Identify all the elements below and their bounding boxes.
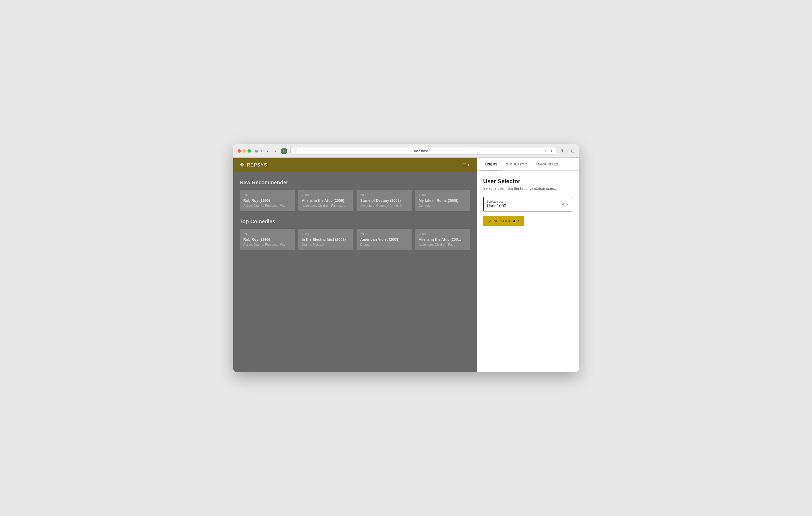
browser-window: ⊞ ▾ ‹ › G 🛡 localhost ↻ ⬆ ⏱ + ⊞ ❖ [233, 144, 579, 372]
browser-controls: ⊞ ▾ [254, 149, 262, 154]
panel-content: User Selector Select a user from the lis… [477, 171, 579, 372]
movie-year: 1995 [243, 193, 291, 197]
menu-icon[interactable]: ☰ [463, 163, 466, 167]
movie-year: 2008 [360, 193, 408, 197]
tab-favourites[interactable]: FAVOURITES [531, 158, 562, 171]
right-panel: USERS SIMULATOR FAVOURITES User Selector… [476, 158, 579, 372]
movie-grid-top-comedies: 1995 Rob Roy (1995) Action, Drama, Roman… [240, 229, 470, 250]
back-button[interactable]: ‹ [265, 148, 270, 154]
movie-genres: Comedy [419, 204, 467, 208]
movie-genres: Adventure, Comedy, Crime, Dr... [360, 204, 408, 208]
movie-content: New Recommender 1995 Rob Roy (1995) Acti… [233, 172, 476, 265]
list-item[interactable]: 2009 Aliens in the Attic (200... Adventu… [415, 229, 471, 250]
app-header: ❖ REPSYS ☰ P [233, 158, 476, 172]
shield-icon: 🛡 [294, 149, 297, 153]
new-tab-icon[interactable]: + [566, 149, 569, 153]
movie-year: 2009 [302, 232, 350, 236]
movie-genres: Drama [360, 243, 408, 246]
browser-chrome: ⊞ ▾ ‹ › G 🛡 localhost ↻ ⬆ ⏱ + ⊞ [233, 144, 579, 158]
movie-title: Stone of Destiny (2008) [360, 198, 408, 203]
movie-genres: Action, Drama, Romance, War [243, 204, 291, 208]
movie-genres: Adventure, Children, Fantasy, ... [302, 204, 350, 208]
panel-tabs: USERS SIMULATOR FAVOURITES [477, 158, 579, 171]
list-item[interactable]: 2009 In the Electric Mist (2009) Drama, … [298, 229, 354, 250]
movie-title: Rob Roy (1995) [243, 198, 291, 203]
section-top-comedies: Top Comedies 1995 Rob Roy (1995) Action,… [240, 218, 470, 250]
movie-title: Rob Roy (1995) [243, 237, 291, 242]
user-selector-field[interactable]: Selected user User 1000 ✕ ▼ [483, 197, 572, 211]
movie-year: 2009 [419, 193, 467, 197]
maximize-traffic-light[interactable] [248, 149, 251, 153]
list-item[interactable]: 1995 Rob Roy (1995) Action, Drama, Roman… [240, 190, 295, 211]
history-icon[interactable]: ⏱ [559, 149, 563, 153]
logo-icon: ❖ [240, 162, 244, 168]
header-right: ☰ P [463, 163, 470, 167]
traffic-lights [237, 149, 251, 153]
main-area: ❖ REPSYS ☰ P New Recommender 1995 Rob Ro [233, 158, 476, 372]
movie-title: My Life in Ruins (2009) [419, 198, 467, 203]
selector-label: Selected user [487, 200, 561, 203]
tab-simulator[interactable]: SIMULATOR [502, 158, 531, 171]
app-logo: ❖ REPSYS [240, 162, 267, 168]
list-item[interactable]: 2009 Aliens in the Attic (2009) Adventur… [298, 190, 354, 211]
list-item[interactable]: 1995 Rob Roy (1995) Action, Drama, Roman… [240, 229, 295, 250]
tab-users[interactable]: USERS [481, 158, 502, 171]
forward-button[interactable]: › [273, 148, 278, 154]
app-container: ❖ REPSYS ☰ P New Recommender 1995 Rob Ro [233, 158, 579, 372]
movie-title: Aliens in the Attic (200... [419, 237, 467, 242]
selected-user-value: User 1000 [487, 204, 561, 208]
selector-controls: ✕ ▼ [561, 202, 569, 207]
logo-text: REPSYS [247, 162, 267, 168]
movie-genres: Drama, Mystery [302, 243, 350, 246]
movie-grid-new-recommender: 1995 Rob Roy (1995) Action, Drama, Roman… [240, 190, 470, 211]
movie-year: 2009 [419, 232, 467, 236]
grid-icon[interactable]: ⊞ [571, 149, 575, 153]
movie-title: American Violet (2008) [360, 237, 408, 242]
tab-layout-icon[interactable]: ⊞ [254, 149, 259, 154]
clear-selection-icon[interactable]: ✕ [561, 202, 564, 207]
share-icon[interactable]: ⬆ [550, 149, 553, 153]
check-icon: ✓ [488, 219, 492, 223]
header-page-label: P [468, 163, 470, 167]
select-user-button[interactable]: ✓ SELECT USER [483, 216, 524, 226]
movie-genres: Adventure, Children, Fa... [419, 243, 467, 246]
url-text: localhost [299, 149, 543, 153]
section-new-recommender: New Recommender 1995 Rob Roy (1995) Acti… [240, 180, 470, 211]
list-item[interactable]: 2009 My Life in Ruins (2009) Comedy [415, 190, 471, 211]
movie-year: 1995 [243, 232, 291, 236]
reload-icon[interactable]: ↻ [545, 149, 548, 153]
select-user-label: SELECT USER [494, 219, 519, 223]
movie-genres: Action, Drama, Romance, War [243, 243, 291, 246]
list-item[interactable]: 2008 American Violet (2008) Drama [356, 229, 412, 250]
movie-year: 2009 [302, 193, 350, 197]
movie-title: Aliens in the Attic (2009) [302, 198, 350, 203]
profile-avatar[interactable]: G [281, 148, 287, 154]
browser-actions: ⏱ + ⊞ [559, 149, 575, 153]
address-bar-wrap: 🛡 localhost ↻ ⬆ [290, 147, 556, 155]
list-item[interactable]: 2008 Stone of Destiny (2008) Adventure, … [356, 190, 412, 211]
panel-heading: User Selector [483, 178, 572, 185]
panel-subheading: Select a user from the list of validatio… [483, 186, 572, 190]
chevron-down-icon: ▾ [261, 149, 262, 153]
address-bar[interactable]: 🛡 localhost ↻ ⬆ [290, 147, 556, 155]
minimize-traffic-light[interactable] [242, 149, 246, 153]
movie-year: 2008 [360, 232, 408, 236]
section-title-top-comedies: Top Comedies [240, 218, 470, 224]
chevron-down-icon[interactable]: ▼ [566, 202, 569, 206]
close-traffic-light[interactable] [237, 149, 241, 153]
section-title-new-recommender: New Recommender [240, 180, 470, 186]
movie-title: In the Electric Mist (2009) [302, 237, 350, 242]
